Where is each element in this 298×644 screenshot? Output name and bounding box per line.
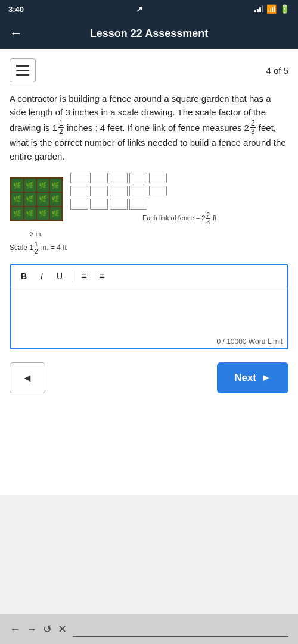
garden-grid: 🌿 🌿 🌿 🌿 🌿 🌿 🌿 🌿 🌿 🌿 🌿 🌿: [10, 177, 63, 221]
fence-link: [129, 173, 147, 183]
bush-cell: 🌿: [50, 179, 62, 192]
page-title: Lesson 22 Assessment: [30, 27, 268, 40]
bush-cell: 🌿: [24, 207, 36, 220]
word-limit-text: 0 / 10000 Word Limit: [11, 335, 287, 348]
fence-link: [149, 173, 167, 183]
diagram-inner: 🌿 🌿 🌿 🌿 🌿 🌿 🌿 🌿 🌿 🌿 🌿 🌿: [10, 173, 288, 226]
back-button[interactable]: ←: [10, 26, 23, 41]
diagram-area: 🌿 🌿 🌿 🌿 🌿 🌿 🌿 🌿 🌿 🌿 🌿 🌿: [10, 173, 288, 255]
status-indicators: 📶 🔋: [254, 4, 290, 14]
prev-button[interactable]: ◄: [10, 362, 45, 393]
fence-link: [129, 186, 147, 196]
diagram-labels: 3 in.: [10, 230, 288, 237]
app-header: ← Lesson 22 Assessment: [0, 18, 298, 49]
fence-link: [70, 173, 88, 183]
fence-link: [90, 173, 108, 183]
ordered-list-button[interactable]: ≡: [76, 268, 92, 284]
bush-cell: 🌿: [11, 193, 23, 206]
browser-forward-button[interactable]: →: [26, 623, 37, 636]
bold-button[interactable]: B: [15, 268, 32, 284]
hamburger-line: [16, 70, 29, 71]
fence-row: [70, 186, 288, 196]
navigation-buttons: ◄ Next ►: [10, 357, 288, 397]
browser-close-button[interactable]: ✕: [58, 623, 67, 636]
fence-link: [90, 186, 108, 196]
browser-refresh-button[interactable]: ↺: [43, 623, 52, 636]
garden-image: 🌿 🌿 🌿 🌿 🌿 🌿 🌿 🌿 🌿 🌿 🌿 🌿: [10, 177, 63, 221]
bush-cell: 🌿: [50, 207, 62, 220]
fence-row: [70, 199, 288, 210]
garden-size-label: 3 in.: [10, 230, 63, 237]
bush-cell: 🌿: [37, 193, 49, 206]
fence-diagram: Each link of fence = 223 ft: [70, 173, 288, 226]
bush-cell: 🌿: [24, 193, 36, 206]
wifi-icon: 📶: [266, 4, 277, 14]
status-bar: 3:40 ↗ 📶 🔋: [0, 0, 298, 18]
fence-link: [90, 199, 108, 210]
next-label: Next: [234, 372, 256, 384]
status-location: ↗: [136, 4, 143, 14]
fence-link: [70, 199, 88, 210]
editor-toolbar: B I U ≡ ≡: [11, 265, 287, 287]
browser-back-button[interactable]: ←: [10, 623, 20, 636]
bush-cell: 🌿: [50, 193, 62, 206]
each-link-label: Each link of fence = 223 ft: [70, 212, 288, 226]
status-time: 3:40: [8, 5, 24, 14]
fence-link: [149, 186, 167, 196]
text-editor: B I U ≡ ≡ 0 / 10000 Word Limit: [10, 264, 288, 349]
next-arrow: ►: [261, 372, 271, 384]
progress-indicator: 4 of 5: [266, 65, 288, 76]
fence-link: [70, 186, 88, 196]
scale-label: Scale 112 in. = 4 ft: [10, 241, 288, 255]
unordered-list-button[interactable]: ≡: [94, 268, 110, 284]
fence-link: [110, 199, 128, 210]
next-button[interactable]: Next ►: [217, 362, 288, 393]
browser-address-bar[interactable]: [73, 621, 288, 637]
hamburger-line: [16, 65, 29, 67]
hamburger-line: [16, 74, 29, 76]
bush-cell: 🌿: [11, 207, 23, 220]
bush-cell: 🌿: [11, 179, 23, 192]
fraction-2-thirds: 223: [244, 120, 256, 136]
fraction-1-half: 112: [52, 120, 64, 136]
fence-link: [129, 199, 147, 210]
signal-icon: [254, 5, 263, 12]
top-bar: 4 of 5: [10, 58, 288, 82]
question-text: A contractor is building a fence around …: [10, 92, 288, 163]
editor-body[interactable]: [11, 287, 287, 335]
browser-bar: ← → ↺ ✕: [0, 614, 298, 644]
spacer: [0, 495, 298, 614]
fence-link: [110, 186, 128, 196]
italic-button[interactable]: I: [33, 268, 50, 284]
bush-cell: 🌿: [37, 179, 49, 192]
fence-link: [110, 173, 128, 183]
underline-button[interactable]: U: [51, 268, 68, 284]
main-content: 4 of 5 A contractor is building a fence …: [0, 49, 298, 495]
battery-icon: 🔋: [280, 4, 290, 14]
bush-cell: 🌿: [24, 179, 36, 192]
menu-button[interactable]: [10, 58, 36, 82]
bush-cell: 🌿: [37, 207, 49, 220]
toolbar-divider: [72, 270, 72, 282]
fence-row: [70, 173, 288, 183]
